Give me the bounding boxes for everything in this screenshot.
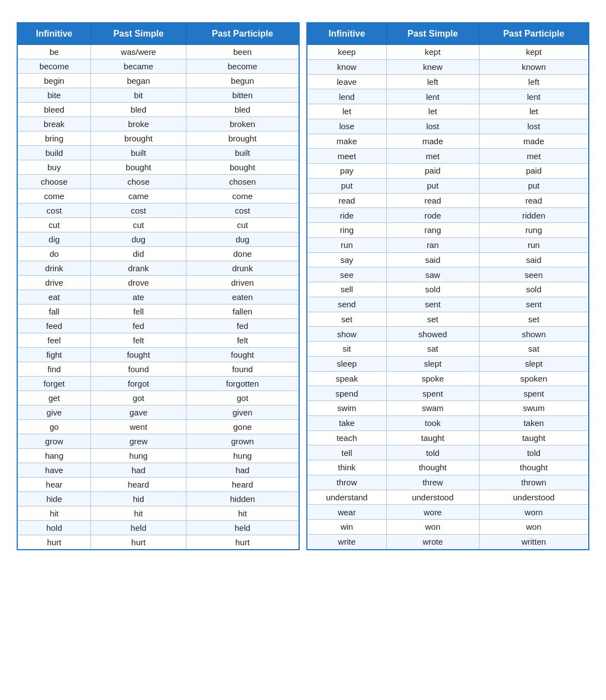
table-cell: bite bbox=[17, 88, 91, 103]
table-cell: brought bbox=[91, 131, 186, 146]
table-cell: bled bbox=[91, 103, 186, 117]
table-cell: know bbox=[307, 59, 386, 74]
table-cell: hit bbox=[91, 506, 186, 521]
table-cell: knew bbox=[386, 59, 479, 74]
table-row: givegavegiven bbox=[17, 405, 299, 420]
table-cell: say bbox=[307, 252, 386, 267]
table-cell: see bbox=[307, 267, 386, 282]
table-row: hidehidhidden bbox=[17, 492, 299, 506]
table-row: spendspentspent bbox=[307, 386, 589, 401]
table-cell: think bbox=[307, 460, 386, 475]
table-cell: get bbox=[17, 391, 91, 405]
table-cell: sat bbox=[386, 342, 479, 357]
table-cell: let bbox=[386, 104, 479, 119]
table-row: bringbroughtbrought bbox=[17, 131, 299, 146]
table-row: writewrotewritten bbox=[307, 534, 589, 550]
table-cell: slept bbox=[479, 356, 589, 371]
table-row: seesawseen bbox=[307, 267, 589, 282]
table-cell: began bbox=[91, 74, 186, 88]
table-cell: keep bbox=[307, 45, 386, 60]
table-cell: sell bbox=[307, 282, 386, 297]
table-cell: understood bbox=[479, 490, 589, 505]
table-cell: hidden bbox=[186, 492, 299, 506]
table-row: loselostlost bbox=[307, 119, 589, 134]
table-cell: went bbox=[91, 420, 186, 434]
table-cell: eaten bbox=[186, 290, 299, 305]
table-cell: fought bbox=[186, 348, 299, 362]
table-cell: kept bbox=[386, 45, 479, 60]
table-cell: let bbox=[479, 104, 589, 119]
table-cell: cost bbox=[91, 204, 186, 218]
table-cell: had bbox=[91, 463, 186, 478]
table-cell: known bbox=[479, 59, 589, 74]
table-cell: cost bbox=[17, 204, 91, 218]
table-cell: cut bbox=[17, 218, 91, 232]
table-row: hithithit bbox=[17, 506, 299, 521]
table-cell: win bbox=[307, 520, 386, 535]
table-cell: been bbox=[186, 45, 299, 59]
table2-header-past-simple: Past Simple bbox=[386, 23, 479, 45]
table-cell: made bbox=[479, 134, 589, 149]
table-cell: choose bbox=[17, 175, 91, 189]
table-cell: found bbox=[91, 362, 186, 377]
table-cell: tell bbox=[307, 445, 386, 460]
table-cell: spoken bbox=[479, 371, 589, 386]
table-row: putputput bbox=[307, 178, 589, 193]
table-row: breakbrokebroken bbox=[17, 117, 299, 131]
table-cell: seen bbox=[479, 267, 589, 282]
table-cell: speak bbox=[307, 371, 386, 386]
table-cell: got bbox=[186, 391, 299, 405]
table-cell: spoke bbox=[386, 371, 479, 386]
table-row: eatateeaten bbox=[17, 290, 299, 305]
table-row: comecamecome bbox=[17, 189, 299, 204]
table-cell: paid bbox=[479, 164, 589, 179]
table-cell: pay bbox=[307, 164, 386, 179]
table-row: getgotgot bbox=[17, 391, 299, 405]
table-cell: spent bbox=[479, 386, 589, 401]
table-cell: lend bbox=[307, 89, 386, 104]
table-row: paypaidpaid bbox=[307, 164, 589, 179]
table-row: buyboughtbought bbox=[17, 160, 299, 175]
table-row: findfoundfound bbox=[17, 362, 299, 377]
table-cell: lose bbox=[307, 119, 386, 134]
table-cell: set bbox=[479, 312, 589, 327]
tables-wrapper: Infinitive Past Simple Past Participle b… bbox=[17, 22, 589, 550]
table-cell: put bbox=[307, 178, 386, 193]
table-cell: understand bbox=[307, 490, 386, 505]
table-cell: go bbox=[17, 420, 91, 434]
table-cell: heard bbox=[186, 478, 299, 492]
table-cell: drank bbox=[91, 261, 186, 276]
table-row: throwthrewthrown bbox=[307, 475, 589, 490]
table-cell: drove bbox=[91, 276, 186, 290]
table-cell: hurt bbox=[186, 535, 299, 550]
table-row: sendsentsent bbox=[307, 297, 589, 312]
table-cell: bitten bbox=[186, 88, 299, 103]
table-row: bewas/werebeen bbox=[17, 45, 299, 59]
table-cell: written bbox=[479, 534, 589, 550]
table-cell: worn bbox=[479, 505, 589, 520]
table-cell: won bbox=[386, 520, 479, 535]
table-cell: hurt bbox=[17, 535, 91, 550]
table-cell: slept bbox=[386, 356, 479, 371]
table-cell: showed bbox=[386, 327, 479, 342]
table-cell: taught bbox=[386, 430, 479, 445]
table-cell: had bbox=[186, 463, 299, 478]
table-cell: spend bbox=[307, 386, 386, 401]
table-cell: met bbox=[386, 149, 479, 164]
table-row: taketooktaken bbox=[307, 415, 589, 430]
table-cell: make bbox=[307, 134, 386, 149]
table-cell: write bbox=[307, 534, 386, 550]
table-cell: taught bbox=[479, 430, 589, 445]
table-cell: dug bbox=[91, 232, 186, 247]
table-cell: hit bbox=[186, 506, 299, 521]
table-cell: ridden bbox=[479, 208, 589, 223]
table-row: swimswamswum bbox=[307, 401, 589, 416]
table-row: feelfeltfelt bbox=[17, 333, 299, 348]
table-cell: wear bbox=[307, 505, 386, 520]
table-cell: become bbox=[17, 59, 91, 74]
table-cell: saw bbox=[386, 267, 479, 282]
table-cell: cost bbox=[186, 204, 299, 218]
table-cell: gone bbox=[186, 420, 299, 434]
table-cell: held bbox=[186, 521, 299, 535]
table-row: understandunderstoodunderstood bbox=[307, 490, 589, 505]
